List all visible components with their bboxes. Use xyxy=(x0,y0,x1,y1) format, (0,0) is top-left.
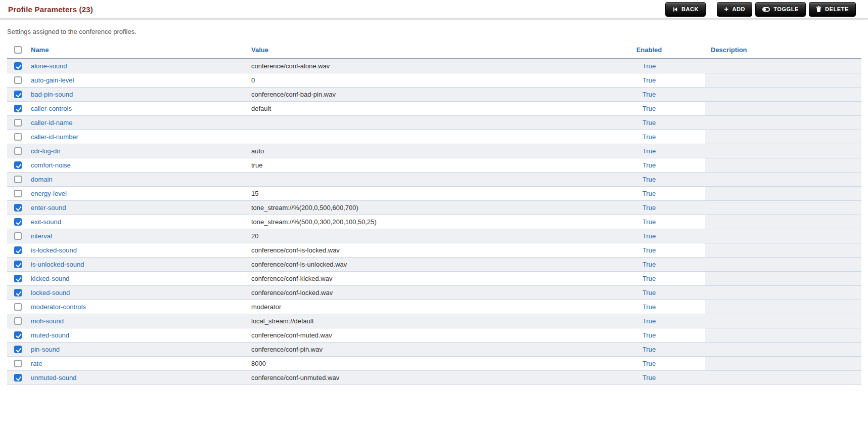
toolbar: BACK + ADD TOGGLE DELETE xyxy=(665,2,856,17)
main-content: Settings assigned to the conference prof… xyxy=(0,28,868,385)
param-name-link[interactable]: pin-sound xyxy=(31,346,60,353)
table-row: kicked-sound conference/conf-kicked.wav … xyxy=(7,271,861,285)
row-checkbox[interactable] xyxy=(14,374,22,381)
row-checkbox[interactable] xyxy=(14,360,22,367)
param-value: true xyxy=(251,158,593,172)
param-name-link[interactable]: domain xyxy=(31,176,53,183)
param-enabled: True xyxy=(643,218,656,226)
row-checkbox[interactable] xyxy=(14,76,22,84)
param-name-link[interactable]: muted-sound xyxy=(31,331,69,339)
row-checkbox[interactable] xyxy=(14,246,22,254)
param-name-link[interactable]: caller-id-name xyxy=(31,119,72,126)
param-name-link[interactable]: moh-sound xyxy=(31,317,64,325)
checkbox-cell xyxy=(7,370,26,385)
table-row: locked-sound conference/conf-locked.wav … xyxy=(7,285,861,300)
checkbox-cell xyxy=(7,314,26,328)
page-title: Profile Parameters (23) xyxy=(8,5,93,14)
param-name-link[interactable]: caller-id-number xyxy=(31,133,78,141)
row-checkbox[interactable] xyxy=(14,105,22,112)
param-name-link[interactable]: is-unlocked-sound xyxy=(31,261,84,268)
table-header: Name Value Enabled Description xyxy=(7,43,861,59)
table-row: rate 8000 True xyxy=(7,356,861,370)
row-checkbox[interactable] xyxy=(14,119,22,126)
param-value: local_stream://default xyxy=(251,314,593,328)
table-row: domain True xyxy=(7,172,861,186)
plus-icon: + xyxy=(724,5,728,13)
checkbox-cell xyxy=(7,229,26,243)
param-enabled: True xyxy=(643,62,656,70)
row-checkbox[interactable] xyxy=(14,176,22,183)
column-header-value[interactable]: Value xyxy=(251,46,268,54)
param-value: moderator xyxy=(251,300,593,314)
table-row: comfort-noise true True xyxy=(7,158,861,172)
row-checkbox[interactable] xyxy=(14,232,22,240)
toggle-icon xyxy=(762,7,770,12)
param-value: 20 xyxy=(251,229,593,243)
param-name-link[interactable]: rate xyxy=(31,360,42,367)
row-checkbox[interactable] xyxy=(14,317,22,325)
row-checkbox[interactable] xyxy=(14,161,22,169)
row-checkbox[interactable] xyxy=(14,147,22,155)
param-name-link[interactable]: locked-sound xyxy=(31,289,70,296)
trash-icon xyxy=(816,6,821,12)
param-name-link[interactable]: kicked-sound xyxy=(31,275,70,282)
table-row: cdr-log-dir auto True xyxy=(7,144,861,158)
param-description xyxy=(705,59,861,73)
param-name-link[interactable]: interval xyxy=(31,232,52,240)
param-name-link[interactable]: moderator-controls xyxy=(31,303,86,311)
row-checkbox[interactable] xyxy=(14,289,22,296)
param-value: conference/conf-kicked.wav xyxy=(251,271,593,285)
param-name-link[interactable]: bad-pin-sound xyxy=(31,91,73,98)
param-value: auto xyxy=(251,144,593,158)
checkbox-cell xyxy=(7,73,26,87)
table-row: is-unlocked-sound conference/conf-is-unl… xyxy=(7,257,861,271)
row-checkbox[interactable] xyxy=(14,133,22,141)
column-header-description[interactable]: Description xyxy=(711,46,747,54)
param-description xyxy=(705,200,861,215)
param-name-link[interactable]: comfort-noise xyxy=(31,161,71,169)
table-row: alone-sound conference/conf-alone.wav Tr… xyxy=(7,59,861,73)
param-name-link[interactable]: caller-controls xyxy=(31,105,72,112)
table-row: moderator-controls moderator True xyxy=(7,300,861,314)
table-body: alone-sound conference/conf-alone.wav Tr… xyxy=(7,59,861,385)
checkbox-cell xyxy=(7,356,26,370)
row-checkbox[interactable] xyxy=(14,204,22,211)
param-name-link[interactable]: energy-level xyxy=(31,190,67,197)
checkbox-cell xyxy=(7,342,26,356)
table-row: bad-pin-sound conference/conf-bad-pin.wa… xyxy=(7,87,861,101)
param-name-link[interactable]: is-locked-sound xyxy=(31,246,77,254)
row-checkbox[interactable] xyxy=(14,346,22,353)
row-checkbox[interactable] xyxy=(14,261,22,268)
param-value: conference/conf-is-locked.wav xyxy=(251,243,593,257)
param-name-link[interactable]: auto-gain-level xyxy=(31,76,74,84)
param-enabled: True xyxy=(643,317,656,325)
row-checkbox[interactable] xyxy=(14,91,22,98)
param-enabled: True xyxy=(643,360,656,367)
param-name-link[interactable]: alone-sound xyxy=(31,62,67,70)
param-name-link[interactable]: exit-sound xyxy=(31,218,61,226)
select-all-checkbox[interactable] xyxy=(14,46,22,54)
param-value: conference/conf-pin.wav xyxy=(251,342,593,356)
param-value: conference/conf-locked.wav xyxy=(251,285,593,300)
row-checkbox[interactable] xyxy=(14,275,22,282)
param-value: conference/conf-muted.wav xyxy=(251,328,593,342)
back-button[interactable]: BACK xyxy=(665,2,706,17)
row-checkbox[interactable] xyxy=(14,331,22,339)
param-value: tone_stream://%(200,0,500,600,700) xyxy=(251,200,593,215)
param-name-link[interactable]: unmuted-sound xyxy=(31,374,76,381)
row-checkbox[interactable] xyxy=(14,190,22,197)
column-header-name[interactable]: Name xyxy=(31,46,49,54)
param-name-link[interactable]: cdr-log-dir xyxy=(31,147,61,155)
delete-button[interactable]: DELETE xyxy=(809,2,856,17)
toggle-button[interactable]: TOGGLE xyxy=(755,2,806,17)
param-enabled: True xyxy=(643,346,656,353)
add-button[interactable]: + ADD xyxy=(717,2,752,17)
row-checkbox[interactable] xyxy=(14,218,22,226)
checkbox-cell xyxy=(7,285,26,300)
param-description xyxy=(705,370,861,385)
row-checkbox[interactable] xyxy=(14,62,22,70)
param-enabled: True xyxy=(643,105,656,112)
column-header-enabled[interactable]: Enabled xyxy=(636,46,662,54)
row-checkbox[interactable] xyxy=(14,303,22,311)
param-name-link[interactable]: enter-sound xyxy=(31,204,66,211)
